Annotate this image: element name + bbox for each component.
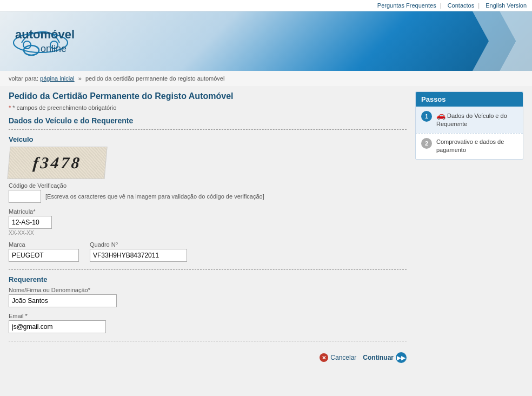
- step-2: 2 Comprovativo e dados de pagamento: [416, 134, 523, 159]
- marca-col: Marca: [9, 241, 79, 262]
- matricula-format: XX-XX-XX: [9, 230, 407, 236]
- captcha-text-display: f3478: [32, 154, 83, 172]
- steps-header: Passos: [416, 92, 523, 107]
- marca-quadro-row: Marca Quadro Nº: [9, 241, 407, 262]
- email-input[interactable]: [9, 320, 106, 333]
- content-area: Pedido da Certidão Permanente do Registo…: [9, 91, 407, 368]
- header-decoration: [424, 11, 532, 71]
- step-1: 1 🚗 Dados do Veículo e do Requerente: [416, 107, 523, 133]
- captcha-input[interactable]: [9, 190, 41, 203]
- breadcrumb: voltar para: página inicial » pedido da …: [0, 71, 532, 86]
- continuar-label: Continuar: [363, 354, 394, 361]
- svg-point-5: [24, 45, 39, 55]
- site-header: automóvel online: [0, 11, 532, 71]
- section-divider-top: [9, 129, 407, 130]
- nome-label: Nome/Firma ou Denominação*: [9, 287, 407, 293]
- section-dados-title: Dados do Veículo e do Requerente: [9, 116, 407, 125]
- nome-field: Nome/Firma ou Denominação*: [9, 287, 407, 307]
- continuar-button[interactable]: Continuar ▶▶: [363, 352, 407, 363]
- cancelar-icon: ✕: [320, 353, 328, 362]
- home-link[interactable]: página inicial: [40, 75, 75, 82]
- section-divider-bottom: [9, 341, 407, 341]
- english-version-link[interactable]: English Version: [486, 2, 527, 9]
- contactos-link[interactable]: Contactos: [448, 2, 475, 9]
- codigo-verificacao-field: Código de Verificação [Escreva os caract…: [9, 182, 407, 203]
- email-field: Email *: [9, 313, 407, 333]
- breadcrumb-sep: »: [78, 75, 82, 82]
- required-note: * * campos de preenchimento obrigatório: [9, 104, 407, 111]
- sep1: |: [440, 2, 442, 9]
- captcha-hint: [Escreva os caracteres que vê na imagem …: [45, 193, 264, 200]
- top-nav: Perguntas Frequentes | Contactos | Engli…: [0, 0, 532, 11]
- footer-buttons: ✕ Cancelar Continuar ▶▶: [9, 347, 407, 368]
- breadcrumb-trail: pedido da certidão permanente do registo…: [85, 75, 224, 82]
- email-label: Email *: [9, 313, 407, 319]
- captcha-image: f3478: [7, 147, 107, 179]
- required-text: * campos de preenchimento obrigatório: [12, 104, 116, 111]
- continuar-icon: ▶▶: [396, 352, 407, 363]
- main-container: Pedido da Certidão Permanente do Registo…: [0, 86, 532, 374]
- cancelar-label: Cancelar: [330, 354, 356, 361]
- page-title: Pedido da Certidão Permanente do Registo…: [9, 91, 407, 101]
- marca-label: Marca: [9, 241, 79, 248]
- svg-text:automóvel: automóvel: [15, 28, 75, 41]
- matricula-field: Matrícula* XX-XX-XX: [9, 208, 407, 236]
- back-label: voltar para:: [9, 75, 38, 82]
- section-divider-mid: [9, 269, 407, 270]
- sep2: |: [478, 2, 480, 9]
- logo: automóvel online: [11, 22, 151, 64]
- codigo-label: Código de Verificação: [9, 182, 407, 189]
- quadro-input[interactable]: [90, 249, 187, 262]
- requerente-subtitle: Requerente: [9, 275, 407, 283]
- matricula-label: Matrícula*: [9, 208, 407, 215]
- marca-input[interactable]: [9, 249, 79, 262]
- quadro-label: Quadro Nº: [90, 241, 187, 248]
- svg-text:online: online: [41, 43, 66, 54]
- steps-box: Passos 1 🚗 Dados do Veículo e do Requere…: [415, 91, 523, 160]
- step-2-number: 2: [421, 138, 432, 149]
- nome-input[interactable]: [9, 294, 117, 307]
- quadro-col: Quadro Nº: [90, 241, 187, 262]
- captcha-row: [Escreva os caracteres que vê na imagem …: [9, 190, 407, 203]
- step-1-icon: 🚗: [436, 111, 445, 120]
- step-1-label: Dados do Veículo e do Requerente: [436, 113, 507, 127]
- perguntas-frequentes-link[interactable]: Perguntas Frequentes: [377, 2, 436, 9]
- cancelar-button[interactable]: ✕ Cancelar: [320, 353, 356, 362]
- step-2-label: Comprovativo e dados de pagamento: [436, 138, 504, 153]
- step-1-number: 1: [421, 111, 432, 122]
- veiculo-subtitle: Veículo: [9, 135, 407, 143]
- sidebar: Passos 1 🚗 Dados do Veículo e do Requere…: [415, 91, 523, 368]
- matricula-input[interactable]: [9, 216, 52, 229]
